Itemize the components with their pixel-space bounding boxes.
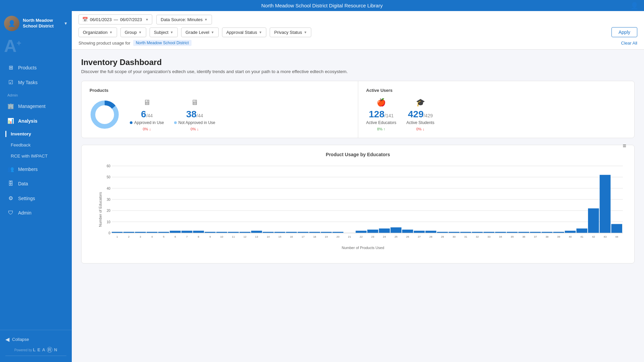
sidebar-item-products[interactable]: ⊞ Products [2,60,70,75]
subject-chevron-icon: ▼ [170,31,173,34]
calendar-icon: 📅 [82,17,88,22]
data-source-dropdown[interactable]: Data Source: Minutes ▼ [156,15,212,24]
filter-row-2: Organization ▼ Group ▼ Subject ▼ Grade L… [78,27,637,37]
svg-text:30: 30 [452,235,455,238]
svg-rect-54 [565,231,576,233]
svg-text:40: 40 [107,187,111,190]
admin-icon: 🛡 [7,210,14,216]
svg-text:14: 14 [267,235,270,238]
grade-level-dropdown[interactable]: Grade Level ▼ [181,27,219,37]
organization-dropdown[interactable]: Organization ▼ [78,27,117,37]
sidebar-item-management[interactable]: 🏢 Management [2,99,70,113]
svg-text:28: 28 [429,235,432,238]
powered-by: Powered by L E A R N [5,345,66,354]
management-icon: 🏢 [7,103,14,109]
approval-status-dropdown[interactable]: Approval Status ▼ [222,27,267,37]
svg-text:15: 15 [278,235,281,238]
svg-text:20: 20 [336,235,339,238]
chart-container: Number of Educators 01020304050601234567… [90,163,626,256]
svg-text:12: 12 [244,235,247,238]
date-separator: — [114,17,118,22]
divider [5,356,66,356]
collapse-button[interactable]: ◀ Collapse [5,334,66,345]
privacy-status-dropdown[interactable]: Privacy Status ▼ [270,27,311,37]
privacy-status-label: Privacy Status [274,30,302,35]
svg-text:25: 25 [394,235,397,238]
page-title: Inventory Dashboard [81,58,635,67]
svg-text:27: 27 [418,235,421,238]
sidebar-item-feedback[interactable]: Feedback [0,139,72,150]
sidebar-item-inventory[interactable]: Inventory [0,128,72,139]
subject-dropdown[interactable]: Subject ▼ [150,27,178,37]
svg-text:44: 44 [615,235,618,238]
stats-card: Products 🖥 [81,81,635,138]
analysis-icon: 📊 [7,118,14,124]
svg-text:8: 8 [198,235,200,238]
svg-text:11: 11 [232,235,235,238]
grade-chevron-icon: ▼ [211,31,214,34]
district-name[interactable]: North Meadow School District [23,18,60,29]
showing-text: Showing product usage for [78,41,130,46]
district-chevron-icon[interactable]: ▼ [64,21,68,26]
sidebar-item-my-tasks[interactable]: ☑ My Tasks [2,75,70,89]
svg-text:50: 50 [107,175,111,179]
rce-impact-label: RCE with IMPACT [11,154,48,159]
sidebar-item-rce-impact[interactable]: RCE with IMPACT [0,150,72,162]
products-section-title: Products [90,88,350,93]
active-users-section: Active Users 🍎 128/141 Active Educators [358,81,635,138]
students-stat: 🎓 429/429 Active Students 0% ↓ [407,98,434,131]
collapse-label: Collapse [12,337,29,342]
monitor-icon: 🖥 [143,98,151,107]
educators-change: 8% ↑ [377,127,385,131]
svg-text:3: 3 [140,235,141,238]
chart-menu-icon[interactable]: ≡ [623,142,626,149]
sidebar-item-analysis-label: Analysis [18,118,38,124]
svg-rect-55 [576,229,587,233]
sidebar-item-analysis[interactable]: 📊 Analysis [2,114,70,128]
bar-chart-svg: 0102030405060123456789101112131415161718… [100,163,626,243]
group-chevron-icon: ▼ [139,31,142,34]
educator-icon: 🍎 [377,98,386,107]
svg-text:17: 17 [302,235,305,238]
clear-all-link[interactable]: Clear All [621,41,637,46]
svg-rect-42 [425,231,436,233]
learn-logo: L E A R N [33,347,57,353]
svg-text:20: 20 [107,209,111,213]
student-icon: 🎓 [416,98,425,107]
svg-text:33: 33 [487,235,490,238]
svg-rect-57 [600,175,611,233]
sidebar-item-products-label: Products [18,65,37,70]
date-start: 06/01/2023 [90,17,112,22]
svg-text:43: 43 [604,235,607,238]
educators-count: 128/141 [369,110,394,119]
svg-rect-40 [402,230,413,233]
not-approved-change: 0% ↓ [191,127,199,131]
approval-status-label: Approval Status [226,30,257,35]
avatar: 👤 [4,16,19,31]
admin-section-label: Admin [0,90,72,99]
svg-text:2: 2 [128,235,130,238]
svg-text:10: 10 [107,220,111,224]
svg-text:6: 6 [174,235,176,238]
page-content: Inventory Dashboard Discover the full sc… [72,50,644,362]
svg-text:7: 7 [186,235,188,238]
svg-text:13: 13 [255,235,258,238]
feedback-label: Feedback [11,142,31,147]
svg-rect-41 [414,231,425,233]
sidebar-item-members[interactable]: 👥 Members [2,162,70,176]
sidebar-item-settings[interactable]: ⚙ Settings [2,191,70,205]
sidebar-item-admin[interactable]: 🛡 Admin [2,206,70,220]
user-icon[interactable]: 👤 [630,2,639,10]
approval-chevron-icon: ▼ [259,31,262,34]
group-dropdown[interactable]: Group ▼ [120,27,146,37]
privacy-chevron-icon: ▼ [304,31,307,34]
sidebar-item-data[interactable]: 🗄 Data [2,177,70,191]
svg-text:9: 9 [209,235,211,238]
date-range-picker[interactable]: 📅 06/01/2023 — 06/07/2023 ▼ [78,14,152,24]
chart-card: Product Usage by Educators ≡ Number of E… [81,145,635,263]
sub-nav: Inventory Feedback RCE with IMPACT [0,128,72,162]
settings-icon: ⚙ [7,195,14,201]
apply-button[interactable]: Apply [611,27,637,37]
svg-text:16: 16 [290,235,293,238]
page-subtitle: Discover the full scope of your organiza… [81,69,635,74]
